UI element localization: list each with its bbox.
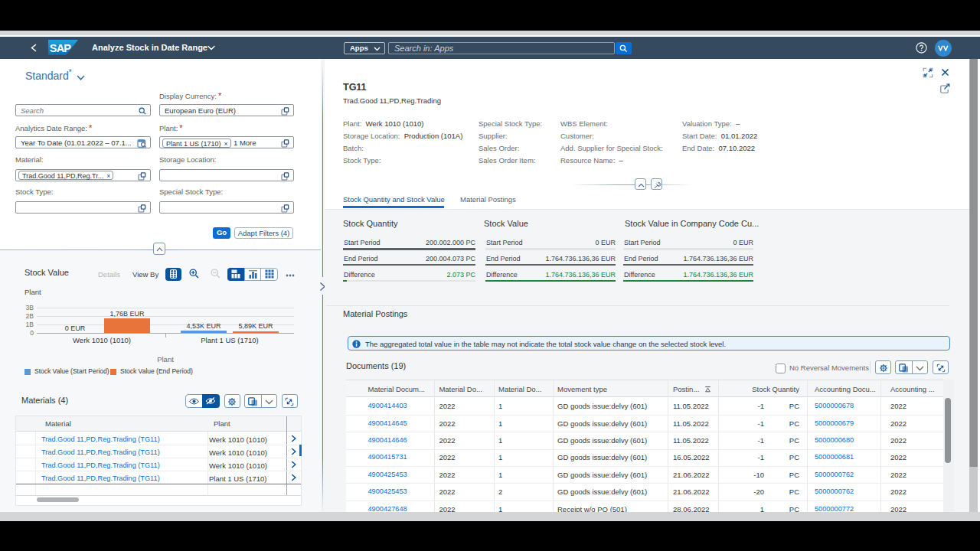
svg-text:SAP: SAP [50,42,72,54]
